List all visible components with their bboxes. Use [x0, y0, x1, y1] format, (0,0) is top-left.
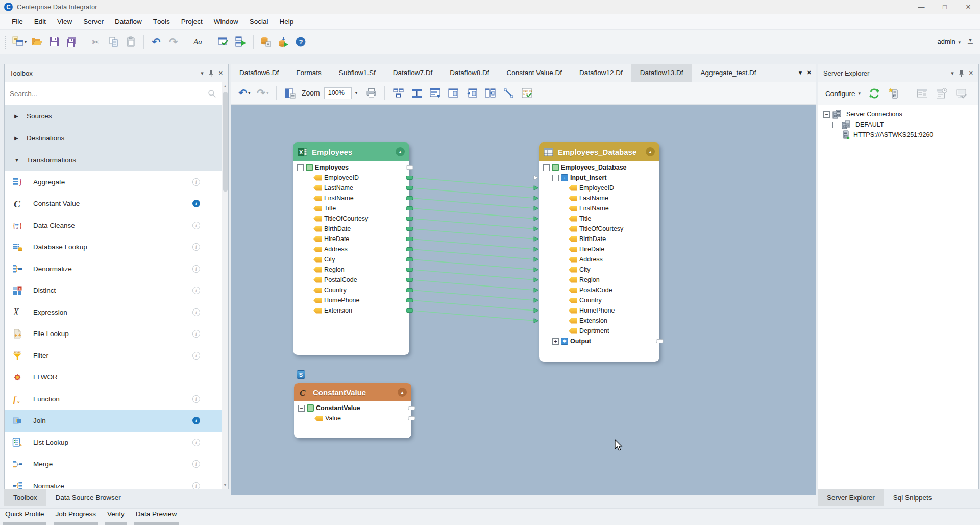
info-icon[interactable]: i: [192, 222, 200, 229]
toolbox-section-transformations[interactable]: ▼Transformations: [5, 149, 222, 171]
node-row-title[interactable]: Title: [293, 203, 409, 213]
align-button[interactable]: [409, 85, 424, 101]
node-row-city[interactable]: City: [539, 265, 659, 275]
toolbar-cut-button[interactable]: ✂: [89, 34, 104, 50]
chevron-down-icon[interactable]: ▾: [24, 39, 27, 44]
input-port[interactable]: [534, 288, 538, 293]
info-icon[interactable]: i: [192, 482, 200, 489]
input-port[interactable]: [534, 227, 538, 231]
info-icon[interactable]: i: [192, 417, 200, 424]
node-row-firstname[interactable]: FirstName: [293, 193, 409, 203]
node-row-output[interactable]: +✱Output: [539, 336, 659, 346]
toolbar-open-button[interactable]: [29, 34, 44, 50]
node-row-country[interactable]: Country: [293, 285, 409, 295]
node-row-input-insert[interactable]: −↓Input_Insert: [539, 173, 659, 183]
node-header[interactable]: XEmployees▲: [293, 142, 409, 161]
close-document-icon[interactable]: ✕: [807, 69, 812, 76]
info-icon[interactable]: i: [192, 200, 200, 207]
toolbar-new-dataflow-button[interactable]: ▾: [12, 34, 27, 50]
menu-social[interactable]: Social: [244, 14, 274, 29]
input-port[interactable]: [534, 196, 538, 201]
toolbox-section-sources[interactable]: ▶Sources: [5, 105, 222, 127]
distribute-button[interactable]: [390, 85, 406, 101]
info-icon[interactable]: i: [192, 395, 200, 403]
tree-node-default[interactable]: −DEFAULT: [818, 120, 978, 130]
menu-server[interactable]: Server: [78, 14, 109, 29]
toolbox-item-distinct[interactable]: XDistincti: [5, 280, 222, 302]
export-list-button[interactable]: [427, 85, 443, 101]
toolbar-save-button[interactable]: [46, 34, 62, 50]
input-port[interactable]: [534, 268, 538, 272]
input-port[interactable]: [534, 257, 538, 262]
input-port[interactable]: [534, 237, 538, 242]
toolbar-copy-button[interactable]: [106, 34, 121, 50]
toolbar-paste-button[interactable]: [124, 34, 139, 50]
status-quick-profile[interactable]: Quick Profile: [3, 510, 46, 525]
job-schedule-button[interactable]: [934, 86, 949, 101]
node-row-postalcode[interactable]: PostalCode: [539, 285, 659, 295]
node-row-titleofcourtesy[interactable]: TitleOfCourtesy: [539, 224, 659, 234]
monitor-button[interactable]: [953, 86, 969, 101]
tab-constant-value-df[interactable]: Constant Value.Df: [498, 64, 571, 82]
node-row-lastname[interactable]: LastName: [293, 183, 409, 193]
node-row-extension[interactable]: Extension: [539, 316, 659, 326]
menu-project[interactable]: Project: [176, 14, 208, 29]
input-port[interactable]: [534, 186, 538, 190]
panel-tab-server-explorer[interactable]: Server Explorer: [818, 489, 884, 506]
pin-icon[interactable]: [208, 70, 214, 77]
info-icon[interactable]: i: [192, 308, 200, 316]
toolbox-item-denormalize[interactable]: Denormalizei: [5, 258, 222, 280]
collapse-button[interactable]: ▲: [398, 388, 407, 397]
add-server-button[interactable]: [886, 86, 901, 101]
chevron-down-icon[interactable]: ▾: [951, 70, 954, 77]
node-employees[interactable]: XEmployees▲−EmployeesEmployeeIDLastNameF…: [293, 142, 409, 355]
node-header[interactable]: Employees_Database▲: [539, 142, 659, 161]
search-input[interactable]: [10, 90, 208, 98]
dataflow-canvas[interactable]: XEmployees▲−EmployeesEmployeeIDLastNameF…: [231, 105, 816, 495]
menu-tools[interactable]: Tools: [148, 14, 176, 29]
menu-window[interactable]: Window: [208, 14, 244, 29]
toolbox-item-expression[interactable]: XExpressioni: [5, 301, 222, 323]
node-row-homephone[interactable]: HomePhone: [539, 305, 659, 316]
input-port[interactable]: [534, 308, 538, 313]
input-port[interactable]: [534, 206, 538, 211]
node-row-country[interactable]: Country: [539, 295, 659, 305]
tab-list-dropdown-icon[interactable]: ▾: [799, 69, 802, 76]
redo-button[interactable]: ↷▾: [255, 85, 271, 101]
collapse-button[interactable]: ▲: [396, 147, 405, 156]
panel-insert-button[interactable]: [464, 85, 479, 101]
input-port[interactable]: [534, 278, 538, 282]
node-row-hiredate[interactable]: HireDate: [293, 234, 409, 244]
maximize-button[interactable]: □: [933, 0, 957, 14]
toolbar-overflow-button[interactable]: ▾—: [968, 39, 973, 45]
node-row-titleofcourtesy[interactable]: TitleOfCourtesy: [293, 213, 409, 224]
node-row-employees[interactable]: −Employees: [293, 162, 409, 173]
menu-dataflow[interactable]: Dataflow: [109, 14, 148, 29]
toolbox-search[interactable]: [5, 82, 222, 105]
toolbar-redo-button[interactable]: ↷: [166, 34, 181, 50]
toolbox-item-join[interactable]: Joini: [5, 410, 222, 432]
node-row-birthdate[interactable]: BirthDate: [293, 224, 409, 234]
info-icon[interactable]: i: [192, 330, 200, 338]
tab-dataflow6-df[interactable]: Dataflow6.Df: [231, 64, 287, 82]
tab-dataflow8-df[interactable]: Dataflow8.Df: [441, 64, 498, 82]
node-row-region[interactable]: Region: [539, 275, 659, 285]
close-button[interactable]: ✕: [957, 0, 980, 14]
pin-icon[interactable]: [959, 70, 964, 77]
node-constantvalue[interactable]: CConstantValue▲−ConstantValueValue: [294, 383, 411, 438]
menu-view[interactable]: View: [52, 14, 78, 29]
tab-dataflow7-df[interactable]: Dataflow7.Df: [384, 64, 441, 82]
node-row-address[interactable]: Address: [293, 244, 409, 254]
collapse-box[interactable]: −: [823, 111, 830, 118]
toolbar-help-button[interactable]: ?: [293, 34, 308, 50]
toolbox-item-database-lookup[interactable]: Database Lookupi: [5, 236, 222, 258]
collapse-box[interactable]: −: [832, 122, 839, 128]
node-row-lastname[interactable]: LastName: [539, 193, 659, 203]
node-row-postalcode[interactable]: PostalCode: [293, 275, 409, 285]
node-row-deprtment[interactable]: Deprtment: [539, 326, 659, 336]
status-job-progress[interactable]: Job Progress: [54, 510, 99, 525]
print-button[interactable]: [363, 85, 379, 101]
input-port[interactable]: [534, 217, 538, 221]
menu-help[interactable]: Help: [274, 14, 300, 29]
node-row-title[interactable]: Title: [539, 213, 659, 224]
